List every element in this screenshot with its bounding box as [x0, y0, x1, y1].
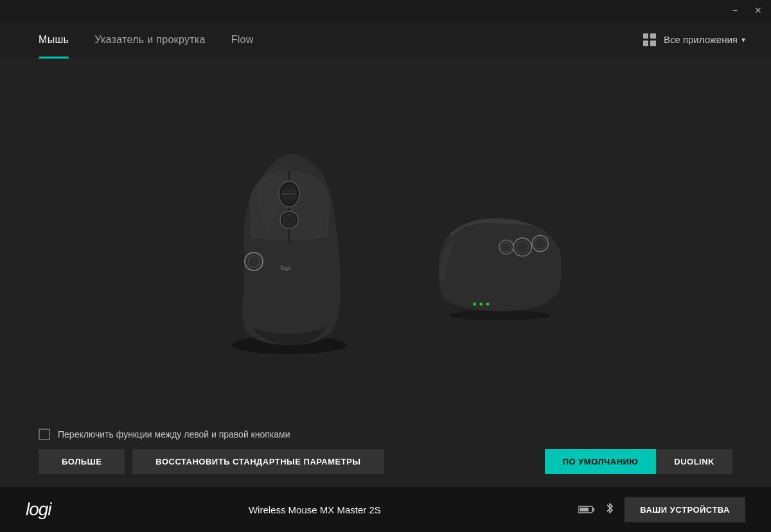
apps-dropdown[interactable]: Все приложения ▾ — [664, 34, 745, 45]
grid-icon[interactable] — [643, 33, 656, 46]
svg-point-12 — [449, 310, 550, 320]
bluetooth-icon — [605, 502, 614, 518]
restore-button[interactable]: ВОССТАНОВИТЬ СТАНДАРТНЫЕ ПАРАМЕТРЫ — [132, 449, 384, 474]
grid-cell — [650, 40, 656, 46]
swap-buttons-checkbox[interactable] — [39, 429, 50, 440]
tab-bar: Мышь Указатель и прокрутка Flow Все прил… — [0, 21, 771, 59]
footer: logi Wireless Mouse MX Master 2S ВАШИ УС… — [0, 487, 771, 532]
tab-flow[interactable]: Flow — [218, 21, 267, 58]
default-button[interactable]: ПО УМОЛЧАНИЮ — [545, 449, 657, 474]
grid-cell — [643, 40, 649, 46]
minimize-button[interactable]: − — [727, 3, 743, 18]
mouse-side-image — [424, 194, 565, 335]
swap-buttons-label: Переключить функции между левой и правой… — [58, 429, 290, 439]
tab-bar-right: Все приложения ▾ — [643, 33, 745, 46]
main-content: logi — [0, 59, 771, 487]
checkbox-row: Переключить функции между левой и правой… — [39, 429, 732, 440]
close-button[interactable]: ✕ — [750, 3, 766, 18]
svg-point-19 — [473, 302, 476, 305]
mouse-area: logi — [39, 59, 732, 418]
apps-label: Все приложения — [664, 34, 738, 45]
svg-point-21 — [486, 302, 490, 305]
title-bar: − ✕ — [0, 0, 771, 21]
logi-logo: logi — [26, 499, 51, 520]
battery-icon — [578, 505, 595, 514]
device-name: Wireless Mouse MX Master 2S — [249, 504, 381, 515]
more-button[interactable]: БОЛЬШЕ — [39, 449, 125, 474]
svg-rect-24 — [580, 508, 589, 511]
duolink-button[interactable]: DUOLINK — [656, 449, 732, 474]
bottom-controls: Переключить функции между левой и правой… — [39, 418, 732, 487]
tab-mouse[interactable]: Мышь — [26, 21, 82, 58]
svg-rect-23 — [592, 508, 594, 511]
your-devices-button[interactable]: ВАШИ УСТРОЙСТВА — [625, 497, 745, 522]
footer-right: ВАШИ УСТРОЙСТВА — [578, 497, 745, 522]
buttons-row: БОЛЬШЕ ВОССТАНОВИТЬ СТАНДАРТНЫЕ ПАРАМЕТР… — [39, 449, 732, 474]
mouse-front-image: logi — [206, 136, 373, 355]
svg-point-20 — [479, 302, 483, 305]
profile-button-group: ПО УМОЛЧАНИЮ DUOLINK — [545, 449, 732, 474]
chevron-down-icon: ▾ — [741, 35, 745, 44]
svg-point-8 — [283, 214, 296, 226]
grid-cell — [643, 33, 649, 39]
svg-text:logi: logi — [280, 263, 291, 271]
tab-pointer[interactable]: Указатель и прокрутка — [82, 21, 218, 58]
grid-cell — [650, 33, 656, 39]
